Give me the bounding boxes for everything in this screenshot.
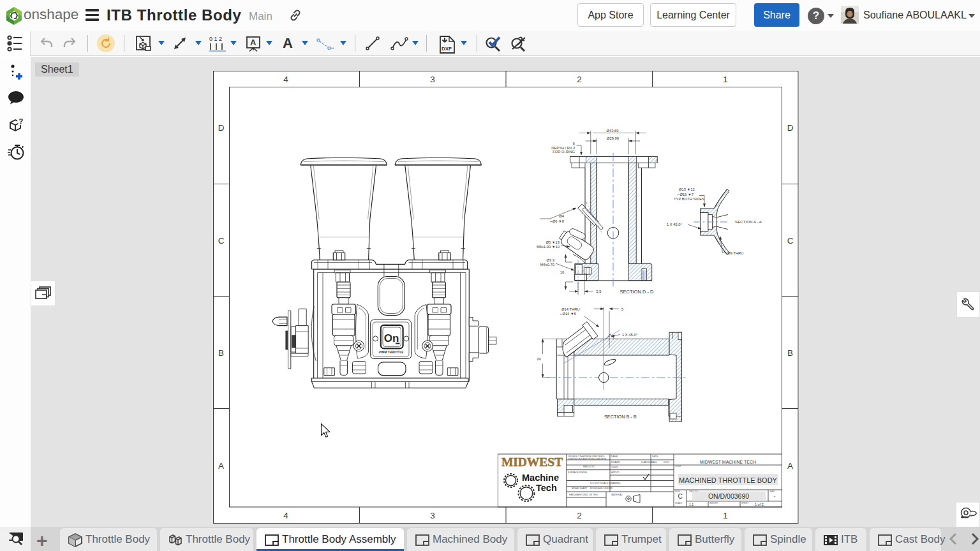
svg-text:⌐Ø14 ▼5: ⌐Ø14 ▼5	[560, 312, 576, 316]
svg-text:CHK'D: CHK'D	[611, 466, 618, 469]
svg-text:DRAWN: DRAWN	[611, 461, 620, 464]
svg-text:A: A	[787, 461, 793, 471]
svg-text:39: 39	[537, 357, 540, 361]
svg-text:MACHINED THROTTLE BODY: MACHINED THROTTLE BODY	[679, 476, 777, 484]
svg-text:1:1: 1:1	[689, 503, 694, 506]
svg-text:5: 5	[621, 307, 623, 311]
svg-text:Ø9 THRU: Ø9 THRU	[727, 251, 743, 255]
svg-text:NAME: NAME	[611, 455, 618, 458]
svg-text:4: 4	[283, 511, 288, 520]
svg-text:DEPTH / R0.3: DEPTH / R0.3	[551, 146, 575, 150]
svg-text:DATE: DATE	[652, 455, 658, 458]
svg-text:SURFACE FINISH:: SURFACE FINISH:	[568, 471, 588, 474]
svg-text:1: 1	[723, 75, 728, 84]
svg-text:TYP BOTH SIDES: TYP BOTH SIDES	[674, 197, 704, 201]
svg-text:16: 16	[560, 270, 564, 274]
svg-text:Machine: Machine	[522, 473, 559, 483]
svg-text:Tech: Tech	[536, 483, 557, 493]
svg-text:DO NOT SCALE DRAWING: DO NOT SCALE DRAWING	[590, 482, 621, 485]
svg-text:3: 3	[430, 511, 435, 520]
svg-text:⌐Ø6 ▼8: ⌐Ø6 ▼8	[550, 219, 564, 223]
svg-text:1 of 2: 1 of 2	[755, 503, 764, 506]
svg-text:On: On	[384, 332, 399, 344]
svg-text:MIDWEST: MIDWEST	[501, 455, 563, 469]
svg-text:APPV'D: APPV'D	[611, 471, 620, 474]
svg-text:A: A	[218, 461, 224, 471]
svg-text:4: 4	[283, 75, 288, 84]
svg-text:C: C	[678, 493, 682, 500]
svg-text:DXF: DXF	[442, 46, 452, 52]
svg-text:Ø14 THRU: Ø14 THRU	[561, 307, 580, 311]
svg-text:SECTION D - D: SECTION D - D	[620, 289, 655, 295]
svg-text:SHEET: SHEET	[741, 502, 748, 504]
svg-text:S.ABOULAAKL: S.ABOULAAKL	[641, 461, 657, 464]
svg-text:1 X 45.0°: 1 X 45.0°	[667, 223, 682, 226]
svg-text:-: -	[774, 493, 776, 499]
svg-text:FOR O-RING: FOR O-RING	[553, 150, 575, 154]
svg-text:3: 3	[430, 75, 435, 84]
svg-text:C: C	[787, 236, 794, 246]
svg-text:Ø4: Ø4	[559, 214, 565, 218]
svg-text:1 X 45.0°: 1 X 45.0°	[622, 333, 637, 337]
svg-text:ON/D/003690: ON/D/003690	[708, 492, 749, 500]
svg-text:0 1 2: 0 1 2	[209, 36, 222, 42]
svg-text:TITLE: TITLE	[675, 465, 681, 467]
svg-text:M6x1.00 ▼10: M6x1.00 ▼10	[537, 245, 560, 249]
svg-text:D: D	[787, 123, 794, 133]
svg-text:6/9/20: 6/9/20	[664, 461, 669, 464]
svg-text:EDGES AND DEBURR: EDGES AND DEBURR	[590, 487, 613, 490]
svg-text:BREAK SHARP: BREAK SHARP	[572, 487, 588, 490]
svg-text:6: 6	[573, 142, 575, 145]
svg-text:1: 1	[723, 511, 728, 520]
svg-text:B: B	[218, 348, 224, 358]
svg-text:SCALE: SCALE	[675, 502, 683, 504]
svg-text:-: -	[664, 471, 664, 474]
svg-text:45MM THROTTLE: 45MM THROTTLE	[379, 351, 404, 354]
svg-text:Ø5 ▼13: Ø5 ▼13	[546, 240, 560, 244]
svg-text:Ø3.3: Ø3.3	[546, 258, 554, 262]
svg-text:HARDWARE USED ON THIS: HARDWARE USED ON THIS	[569, 494, 598, 496]
svg-text:WEIGHT: WEIGHT	[709, 502, 718, 504]
svg-text:⌐Ø16 ▼7: ⌐Ø16 ▼7	[678, 193, 694, 196]
svg-text:2: 2	[577, 75, 582, 84]
svg-text:M4x0.70: M4x0.70	[540, 263, 554, 267]
svg-text:Ø29.99: Ø29.99	[607, 136, 619, 140]
svg-text:A: A	[250, 38, 256, 47]
svg-text:MATERIAL: MATERIAL	[611, 494, 623, 496]
svg-text:?: ?	[19, 117, 24, 125]
svg-text:B: B	[787, 348, 793, 358]
svg-text:SECTION B - B: SECTION B - B	[604, 414, 637, 420]
svg-text:C: C	[218, 236, 225, 246]
svg-text:DIMENSIONS ARE IN MILLIMETERS: DIMENSIONS ARE IN MILLIMETERS	[568, 458, 607, 460]
svg-text:SECTION A - A: SECTION A - A	[735, 219, 762, 224]
svg-text:5.5: 5.5	[596, 290, 601, 293]
svg-text:2: 2	[577, 511, 582, 520]
svg-text:Ø13 ▼12: Ø13 ▼12	[679, 187, 695, 191]
svg-text:D: D	[218, 123, 225, 133]
svg-text:Ø43.69: Ø43.69	[606, 129, 618, 133]
svg-text:MIDWEST MACHINE TECH: MIDWEST MACHINE TECH	[700, 460, 756, 464]
svg-text:MM/DD/YY: MM/DD/YY	[583, 466, 595, 468]
